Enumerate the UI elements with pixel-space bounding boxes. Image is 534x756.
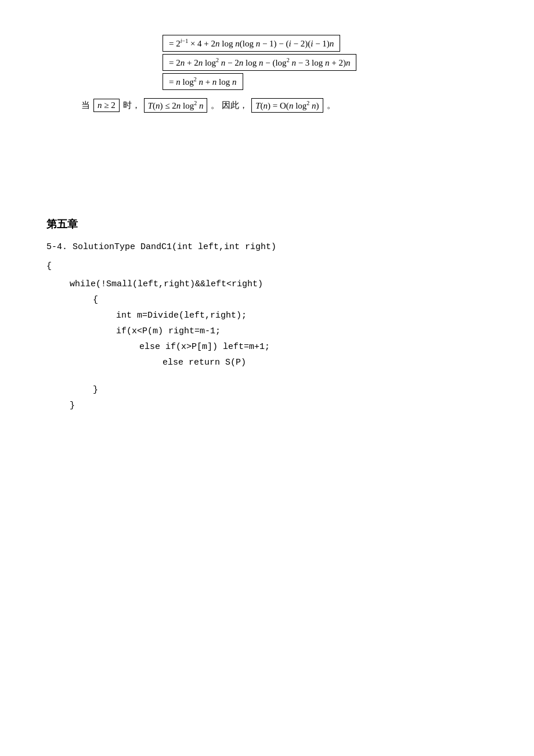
code-blank-line: [46, 370, 488, 382]
else-return-line: else return S(P): [163, 355, 488, 370]
if-line: if(x<P(m) right=m-1;: [116, 323, 488, 339]
outer-brace-open: {: [46, 258, 488, 274]
inner-brace-open: {: [93, 292, 488, 308]
func-header: 5-4. SolutionType DandC1(int left,int ri…: [46, 239, 488, 255]
inner-brace-close: }: [93, 382, 488, 398]
math-formulas-section: = 2i−1 × 4 + 2n log n(log n − 1) − (i − …: [163, 35, 488, 92]
math-line-3: = n log2 n + n log n: [163, 73, 243, 90]
formula2-box: T(n) = O(n log2 n): [251, 98, 323, 113]
formula1-box: T(n) ≤ 2n log2 n: [144, 98, 208, 113]
conclusion-mid1: 时，: [123, 100, 140, 111]
math-line-2: = 2n + 2n log2 n − 2n log n − (log2 n − …: [163, 54, 356, 71]
else-if-line: else if(x>P[m]) left=m+1;: [139, 339, 488, 355]
code-section: 5-4. SolutionType DandC1(int left,int ri…: [46, 239, 488, 413]
conclusion-mid2: 。 因此，: [211, 100, 248, 111]
condition-box: n ≥ 2: [93, 99, 120, 112]
int-line: int m=Divide(left,right);: [116, 308, 488, 323]
while-line: while(!Small(left,right)&&left<right): [70, 276, 488, 292]
spacer: [46, 113, 488, 217]
conclusion-prefix: 当: [81, 100, 90, 111]
conclusion-line: 当 n ≥ 2 时， T(n) ≤ 2n log2 n 。 因此， T(n) =…: [81, 98, 488, 113]
conclusion-end: 。: [327, 100, 335, 111]
outer-brace-close: }: [70, 398, 488, 413]
math-line-1: = 2i−1 × 4 + 2n log n(log n − 1) − (i − …: [163, 35, 340, 52]
chapter-title: 第五章: [46, 217, 488, 231]
